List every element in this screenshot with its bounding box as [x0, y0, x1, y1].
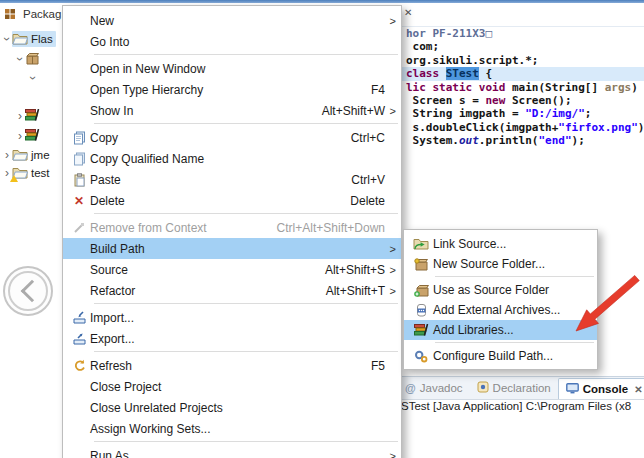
open-folder-icon [12, 32, 28, 46]
menu-separator [94, 303, 398, 304]
tab-javadoc[interactable]: @ Javadoc [398, 377, 470, 399]
menu-item-paste[interactable]: PasteCtrl+V [63, 169, 401, 190]
tree-item-label: jme [31, 149, 50, 161]
menu-item-link-source[interactable]: Link Source... [404, 234, 597, 254]
menu-item-configure-build-path[interactable]: Configure Build Path... [404, 346, 597, 366]
library-icon [25, 109, 41, 123]
menu-item-add-external-archives[interactable]: Add External Archives... [404, 300, 597, 320]
menu-item-source[interactable]: SourceAlt+Shift+S> [63, 259, 401, 280]
jar-archive-icon [409, 303, 433, 318]
package-explorer-panel: Packag › Flas › › › [0, 3, 62, 458]
use-as-source-folder-icon [409, 283, 433, 298]
code-line: Screen s = new Screen(); [398, 94, 644, 107]
tree-item-label: test [31, 167, 50, 179]
project-context-menu: New> Go Into Open in New Window Open Typ… [62, 5, 402, 458]
copy-qualified-icon [68, 151, 90, 166]
new-source-folder-icon [409, 257, 433, 272]
tree-item-project-flash[interactable]: › Flas [0, 30, 56, 48]
chevron-down-icon[interactable]: › [2, 34, 12, 44]
console-icon [566, 383, 579, 396]
recorder-back-button[interactable] [3, 266, 53, 316]
tab-console[interactable]: Console ✕ [558, 378, 644, 399]
menu-item-open-type-hierarchy[interactable]: Open Type HierarchyF4 [63, 79, 401, 100]
tab-close-icon[interactable]: ✕ [634, 384, 642, 395]
tree-item-src[interactable]: › [0, 50, 44, 68]
menu-item-copy-qualified-name[interactable]: Copy Qualified Name [63, 148, 401, 169]
menu-separator [94, 54, 398, 55]
build-path-submenu: Link Source... New Source Folder... Use … [403, 229, 598, 370]
package-explorer-tab[interactable]: Packag [4, 8, 61, 20]
add-libraries-icon [409, 323, 433, 338]
copy-icon [68, 130, 90, 145]
chevron-down-icon[interactable]: › [15, 54, 25, 64]
folder-warning-icon [12, 166, 28, 180]
menu-item-remove-from-context: Remove from ContextCtrl+Alt+Shift+Down [63, 217, 401, 238]
delete-icon: ✕ [68, 193, 90, 208]
menu-item-close-unrelated-projects[interactable]: Close Unrelated Projects [63, 397, 401, 418]
editor-tab-strip: ✕ [398, 3, 644, 27]
code-line: String imgpath = "D:/img/"; [398, 107, 644, 120]
chevron-right-icon[interactable]: › [15, 111, 25, 121]
code-line: s.doubleClick(imgpath+"firfox.png"); [398, 121, 644, 134]
menu-item-refactor[interactable]: RefactorAlt+Shift+T> [63, 280, 401, 301]
menu-item-refresh[interactable]: RefreshF5 [63, 355, 401, 376]
chevron-right-icon[interactable]: › [15, 131, 25, 141]
menu-separator [94, 441, 398, 442]
menu-item-copy[interactable]: CopyCtrl+C [63, 127, 401, 148]
menu-separator [435, 342, 594, 343]
submenu-arrow-icon: > [385, 285, 396, 297]
code-line: hor PF-211X3□ [398, 27, 644, 40]
menu-item-import[interactable]: Import... [63, 307, 401, 328]
menu-separator [94, 351, 398, 352]
menu-item-run-as[interactable]: Run As> [63, 445, 401, 458]
link-source-icon [409, 237, 433, 252]
chevron-down-icon[interactable]: › [28, 73, 38, 83]
import-icon [68, 310, 90, 325]
menu-separator [94, 123, 398, 124]
menu-item-close-project[interactable]: Close Project [63, 376, 401, 397]
menu-item-export[interactable]: Export... [63, 328, 401, 349]
menu-item-assign-working-sets[interactable]: Assign Working Sets... [63, 418, 401, 439]
library-icon [25, 129, 41, 143]
submenu-arrow-icon: > [385, 15, 396, 27]
tree-item-jre-library[interactable]: › [0, 107, 44, 125]
bottom-tab-bar: @ Javadoc Declaration Console ✕ [398, 376, 644, 400]
paste-icon [68, 172, 90, 187]
menu-item-open-in-new-window[interactable]: Open in New Window [63, 58, 401, 79]
submenu-arrow-icon: > [385, 243, 396, 255]
tab-close-icon[interactable]: ✕ [404, 7, 412, 18]
package-explorer-title: Packag [23, 8, 61, 20]
open-folder-icon [12, 148, 28, 162]
tree-item-referenced-libraries[interactable]: › [0, 127, 44, 145]
chevron-right-icon[interactable]: › [2, 150, 12, 160]
code-line: System.out.println("end"); [398, 134, 644, 147]
menu-item-go-into[interactable]: Go Into [63, 31, 401, 52]
code-line-current: class STest { [398, 67, 644, 80]
menu-item-delete[interactable]: ✕DeleteDelete [63, 190, 401, 211]
menu-item-build-path[interactable]: Build Path> [63, 238, 401, 259]
tab-declaration[interactable]: Declaration [470, 377, 558, 399]
bottom-view-panel: @ Javadoc Declaration Console ✕ STest [J… [398, 376, 644, 458]
menu-item-show-in[interactable]: Show InAlt+Shift+W> [63, 100, 401, 121]
configure-build-path-icon [409, 349, 433, 364]
menu-item-new-source-folder[interactable]: New Source Folder... [404, 254, 597, 274]
declaration-icon [477, 381, 489, 395]
refresh-icon [68, 358, 90, 373]
code-area[interactable]: hor PF-211X3□ com; org.sikuli.script.*; … [398, 27, 644, 148]
submenu-arrow-icon: > [385, 264, 396, 276]
tree-item-nested[interactable]: › [0, 69, 38, 87]
selected-occurrence: STest [446, 67, 479, 80]
menu-item-use-as-source-folder[interactable]: Use as Source Folder [404, 280, 597, 300]
tree-item-label: Flas [31, 33, 53, 45]
menu-item-add-libraries[interactable]: Add Libraries... [404, 320, 597, 340]
top-accent-line [0, 0, 644, 3]
menu-separator [94, 213, 398, 214]
tree-item-project-jme[interactable]: › jme [0, 146, 50, 164]
tree-item-project-test[interactable]: › test [0, 164, 50, 182]
submenu-arrow-icon: > [385, 450, 396, 458]
export-icon [68, 331, 90, 346]
menu-item-new[interactable]: New> [63, 10, 401, 31]
code-line: com; [398, 40, 644, 53]
package-explorer-icon [4, 8, 16, 20]
eclipse-window: Packag › Flas › › › [0, 0, 644, 458]
